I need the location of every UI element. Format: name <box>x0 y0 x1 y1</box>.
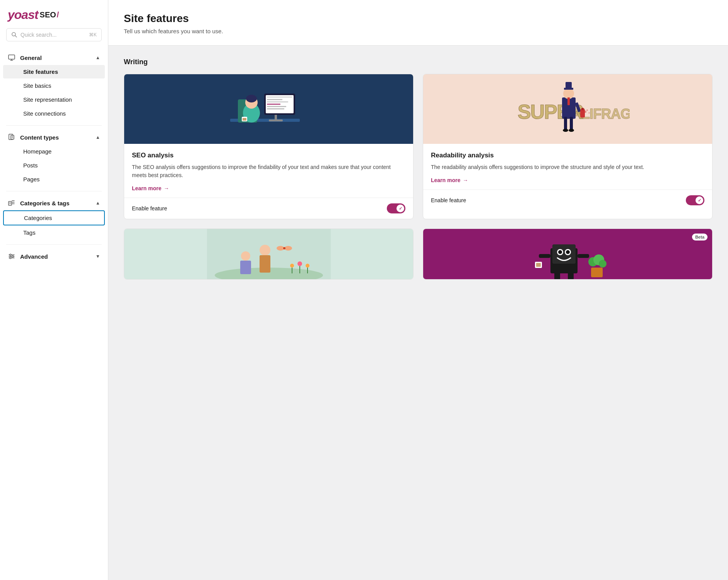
svg-point-61 <box>260 245 270 256</box>
page-title: Site features <box>124 12 713 25</box>
feature-cards-grid: SEO analysis The SEO analysis offers sug… <box>124 74 713 280</box>
sidebar-item-posts[interactable]: Posts <box>3 159 105 172</box>
nav-section-advanced: Advanced ▼ <box>0 248 108 265</box>
svg-point-47 <box>563 88 574 99</box>
readability-analysis-enable-label: Enable feature <box>431 197 466 203</box>
sidebar-item-pages[interactable]: Pages <box>3 172 105 186</box>
nav-section-advanced-left: Advanced <box>8 252 48 260</box>
readability-analysis-learn-more-text: Learn more <box>431 177 460 183</box>
svg-rect-88 <box>536 263 541 267</box>
divider-3 <box>6 244 102 245</box>
svg-rect-49 <box>566 82 572 89</box>
third-feature-card <box>124 229 414 280</box>
nav-section-general-header[interactable]: General ▲ <box>0 49 108 65</box>
svg-point-86 <box>599 260 607 268</box>
readability-analysis-title: Readability analysis <box>431 152 704 159</box>
nav-section-content-types-title: Content types <box>20 134 59 141</box>
readability-analysis-card-footer: Enable feature ✓ <box>423 189 712 211</box>
svg-rect-81 <box>554 272 560 279</box>
readability-illustration: SUPER CALIFRAG <box>506 76 630 142</box>
readability-arrow-icon: → <box>463 177 468 183</box>
sidebar-item-site-features[interactable]: Site features <box>3 65 105 78</box>
svg-point-20 <box>10 257 11 259</box>
seo-analysis-card-body: SEO analysis The SEO analysis offers sug… <box>124 144 413 198</box>
svg-rect-28 <box>269 119 283 121</box>
tags-icon <box>8 199 15 207</box>
svg-rect-35 <box>267 106 286 107</box>
svg-point-54 <box>584 111 586 113</box>
sidebar-item-site-basics[interactable]: Site basics <box>3 79 105 92</box>
svg-rect-79 <box>539 254 550 258</box>
seo-analysis-description: The SEO analysis offers suggestions to i… <box>132 163 405 179</box>
yoast-logo: yoast SEO / <box>8 8 100 22</box>
svg-point-78 <box>566 250 570 254</box>
svg-rect-82 <box>568 272 574 279</box>
svg-rect-9 <box>9 201 12 205</box>
nav-chevron-categories-tags-icon: ▲ <box>96 200 100 206</box>
svg-rect-31 <box>267 96 292 98</box>
seo-analysis-enable-label: Enable feature <box>132 205 167 212</box>
nav-section-content-types-header[interactable]: Content types ▲ <box>0 129 108 144</box>
check-icon: ✓ <box>399 206 402 211</box>
logo-seo-text: SEO <box>40 10 56 19</box>
fourth-feature-card-image: Beta <box>423 229 712 279</box>
nav-section-categories-tags-title: Categories & tags <box>20 200 70 206</box>
readability-analysis-toggle[interactable]: ✓ <box>686 195 704 205</box>
svg-rect-80 <box>578 254 589 258</box>
svg-point-65 <box>283 247 285 249</box>
seo-analysis-learn-more-text: Learn more <box>132 185 161 191</box>
svg-rect-43 <box>564 117 567 130</box>
main-content: Site features Tell us which features you… <box>108 0 728 580</box>
beta-badge: Beta <box>692 234 707 241</box>
seo-analysis-toggle-knob: ✓ <box>396 205 404 212</box>
seo-analysis-learn-more[interactable]: Learn more → <box>132 185 169 191</box>
seo-analysis-toggle[interactable]: ✓ <box>387 203 405 213</box>
svg-rect-38 <box>243 118 246 121</box>
nav-section-categories-tags-header[interactable]: Categories & tags ▲ <box>0 194 108 210</box>
divider-2 <box>6 191 102 191</box>
svg-point-59 <box>241 251 250 261</box>
svg-point-55 <box>586 109 588 111</box>
seo-analysis-card-footer: Enable feature ✓ <box>124 198 413 219</box>
seo-analysis-title: SEO analysis <box>132 152 405 159</box>
search-placeholder-text: Quick search... <box>21 32 86 38</box>
readability-analysis-card-image: SUPER CALIFRAG <box>423 74 712 144</box>
page-subtitle: Tell us which features you want to use. <box>124 28 713 34</box>
nav-section-general: General ▲ Site features Site basics Site… <box>0 49 108 122</box>
third-illustration <box>207 229 331 279</box>
svg-rect-33 <box>267 101 288 102</box>
svg-rect-36 <box>267 108 284 109</box>
svg-rect-2 <box>9 55 15 59</box>
nav-section-categories-tags-left: Categories & tags <box>8 199 70 207</box>
nav-section-advanced-header[interactable]: Advanced ▼ <box>0 248 108 263</box>
content-area: Writing <box>108 46 728 303</box>
sidebar-item-site-connections[interactable]: Site connections <box>3 107 105 120</box>
sidebar-item-categories[interactable]: Categories <box>3 210 105 225</box>
svg-rect-60 <box>240 261 251 274</box>
svg-rect-83 <box>591 268 603 277</box>
readability-analysis-learn-more[interactable]: Learn more → <box>431 177 468 183</box>
sidebar-item-tags[interactable]: Tags <box>3 226 105 239</box>
svg-point-56 <box>588 112 590 114</box>
nav-section-general-left: General <box>8 54 42 61</box>
sidebar-item-homepage[interactable]: Homepage <box>3 145 105 158</box>
svg-point-45 <box>563 129 568 132</box>
readability-analysis-description: The readability analysis offers suggesti… <box>431 163 704 171</box>
logo-area: yoast SEO / <box>0 0 108 28</box>
nav-chevron-advanced-icon: ▼ <box>96 254 100 259</box>
readability-analysis-toggle-knob: ✓ <box>696 196 703 204</box>
svg-point-68 <box>306 264 309 268</box>
svg-point-26 <box>246 95 257 102</box>
sidebar-item-site-representation[interactable]: Site representation <box>3 93 105 106</box>
sliders-icon <box>8 252 15 260</box>
arrow-right-icon: → <box>164 185 169 191</box>
sidebar: yoast SEO / Quick search... ⌘K G <box>0 0 108 580</box>
writing-section-heading: Writing <box>124 58 713 66</box>
svg-line-1 <box>15 36 17 37</box>
svg-rect-53 <box>581 108 584 110</box>
fourth-illustration <box>506 229 630 279</box>
svg-rect-32 <box>267 99 282 100</box>
search-bar[interactable]: Quick search... ⌘K <box>6 28 102 41</box>
readability-analysis-card: SUPER CALIFRAG <box>423 74 713 219</box>
logo-slash: / <box>57 10 59 19</box>
